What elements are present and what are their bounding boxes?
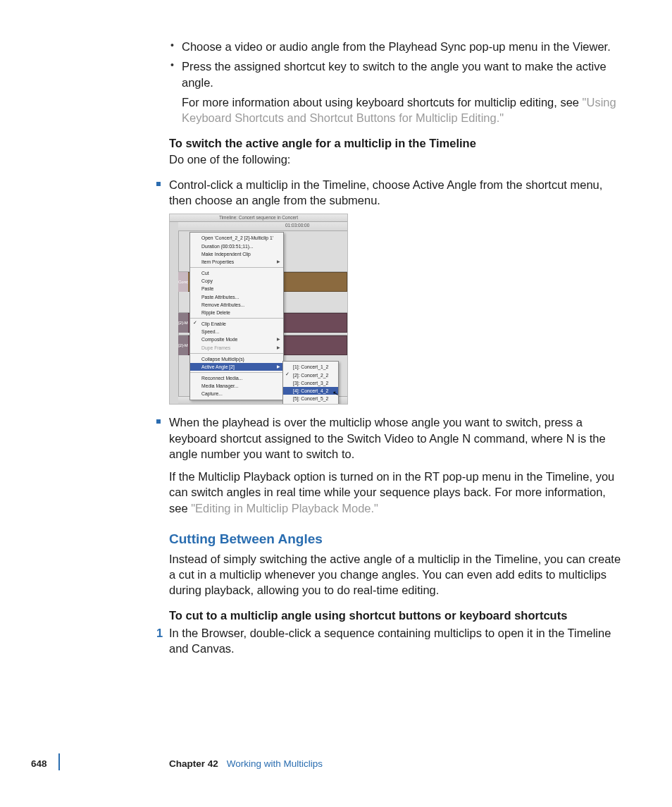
- menu-item-label: Item Properties: [201, 259, 234, 264]
- menu-item-reconnect-media[interactable]: Reconnect Media...: [190, 374, 283, 382]
- track-label: [2]-M: [178, 313, 188, 333]
- bullet-text: Choose a video or audio angle from the P…: [182, 40, 611, 53]
- bullet-list: Choose a video or audio angle from the P…: [169, 39, 623, 125]
- list-item-paragraph: If the Multiclip Playback option is turn…: [169, 469, 623, 516]
- menu-item-label: Active Angle [2]: [201, 364, 235, 369]
- menu-item-label: Dupe Frames: [201, 345, 230, 350]
- menu-item-make-independent[interactable]: Make Independent Clip: [190, 250, 283, 258]
- numbered-list: 1 In the Browser, double-click a sequenc…: [169, 625, 623, 657]
- list-item: Control-click a multiclip in the Timelin…: [169, 177, 623, 405]
- menu-item-paste[interactable]: Paste: [190, 285, 283, 292]
- step-text: In the Browser, double-click a sequence …: [169, 627, 611, 655]
- list-item: When the playhead is over the multiclip …: [169, 414, 623, 516]
- timecode-label: 01:03:00:00: [285, 223, 309, 229]
- content-column: Choose a video or audio angle from the P…: [169, 39, 623, 656]
- window-titlebar: Timeline: Concert sequence in Concert: [170, 214, 347, 222]
- procedure-heading: To cut to a multiclip angle using shortc…: [169, 608, 623, 623]
- chapter-label: Chapter 42: [169, 758, 218, 769]
- submenu-arrow-icon: ▶: [277, 259, 280, 264]
- submenu-arrow-icon: ▶: [277, 345, 280, 350]
- submenu-arrow-icon: ▶: [277, 336, 280, 342]
- submenu-arrow-icon: ▶: [277, 364, 280, 369]
- menu-item-open[interactable]: Open 'Concert_2_2 [2]-Multiclip 1': [190, 234, 283, 242]
- menu-item-media-manager[interactable]: Media Manager...: [190, 382, 283, 390]
- timeline-ruler: 01:03:00:00: [178, 222, 347, 231]
- procedure-sub: Do one of the following:: [169, 152, 623, 167]
- menu-item-ripple-delete[interactable]: Ripple Delete: [190, 309, 283, 316]
- active-angle-submenu[interactable]: [1]: Concert_1_2 [2]: Concert_2_2 [3]: C…: [282, 361, 339, 404]
- procedure-heading: To switch the active angle for a multicl…: [169, 135, 623, 151]
- chapter-title: Working with Multiclips: [227, 758, 323, 769]
- menu-item-composite-mode[interactable]: Composite Mode▶: [190, 335, 283, 343]
- cross-reference-link[interactable]: "Editing in Multiclip Playback Mode.": [191, 502, 378, 515]
- context-menu[interactable]: Open 'Concert_2_2 [2]-Multiclip 1' Durat…: [189, 232, 284, 400]
- menu-item-speed[interactable]: Speed...: [190, 328, 283, 335]
- menu-item-copy[interactable]: Copy: [190, 277, 283, 285]
- track-label: Conc: [178, 272, 188, 292]
- footer-rule: [58, 753, 60, 770]
- square-bullet-list: Control-click a multiclip in the Timelin…: [169, 177, 623, 516]
- bullet-text: Press the assigned shortcut key to switc…: [182, 60, 606, 88]
- menu-item-cut[interactable]: Cut: [190, 269, 283, 277]
- square-bullet-icon: [156, 182, 161, 186]
- step-number: 1: [156, 625, 163, 641]
- list-item-body: Control-click a multiclip in the Timelin…: [169, 177, 623, 209]
- timeline-body: 01:03:00:00 Conc [2]-M [2]-M: [170, 222, 347, 404]
- page-number: 648: [31, 758, 47, 770]
- menu-item-duration[interactable]: Duration (00:03:51;11)...: [190, 242, 283, 250]
- list-item: Press the assigned shortcut key to switc…: [169, 58, 623, 125]
- submenu-item[interactable]: [5]: Concert_5_2: [283, 395, 338, 402]
- timeline-screenshot-figure: Timeline: Concert sequence in Concert 01…: [169, 214, 348, 405]
- submenu-item[interactable]: [1]: Concert_1_2: [283, 363, 338, 371]
- list-item: Choose a video or audio angle from the P…: [169, 39, 623, 54]
- page: Choose a video or audio angle from the P…: [0, 0, 672, 807]
- menu-item-label: Composite Mode: [201, 337, 237, 342]
- menu-item-dupe-frames: Dupe Frames▶: [190, 344, 283, 352]
- list-item-body: When the playhead is over the multiclip …: [169, 414, 623, 462]
- submenu-item[interactable]: [2]: Concert_2_2: [283, 371, 338, 379]
- submenu-item[interactable]: [3]: Concert_3_2: [283, 379, 338, 387]
- menu-item-paste-attributes[interactable]: Paste Attributes...: [190, 293, 283, 301]
- section-body: Instead of simply switching the active a…: [169, 551, 623, 598]
- page-footer: 648 Chapter 42Working with Multiclips: [0, 758, 672, 773]
- square-bullet-icon: [156, 419, 161, 424]
- menu-item-collapse-multiclip[interactable]: Collapse Multiclip(s): [190, 355, 283, 363]
- note-text: For more information about using keyboar…: [182, 96, 583, 109]
- menu-item-clip-enable[interactable]: Clip Enable: [190, 320, 283, 328]
- bullet-note: For more information about using keyboar…: [182, 94, 623, 126]
- menu-item-capture[interactable]: Capture...: [190, 390, 283, 398]
- section-heading: Cutting Between Angles: [169, 530, 623, 548]
- track-label: [2]-M: [178, 335, 188, 355]
- menu-item-item-properties[interactable]: Item Properties▶: [190, 258, 283, 266]
- menu-item-remove-attributes[interactable]: Remove Attributes...: [190, 301, 283, 309]
- list-item: 1 In the Browser, double-click a sequenc…: [169, 625, 623, 657]
- footer-chapter: Chapter 42Working with Multiclips: [169, 758, 323, 770]
- submenu-item-highlighted[interactable]: [4]: Concert_4_2: [283, 387, 338, 395]
- procedure-intro: To switch the active angle for a multicl…: [169, 135, 623, 167]
- menu-item-active-angle[interactable]: Active Angle [2]▶: [190, 363, 283, 371]
